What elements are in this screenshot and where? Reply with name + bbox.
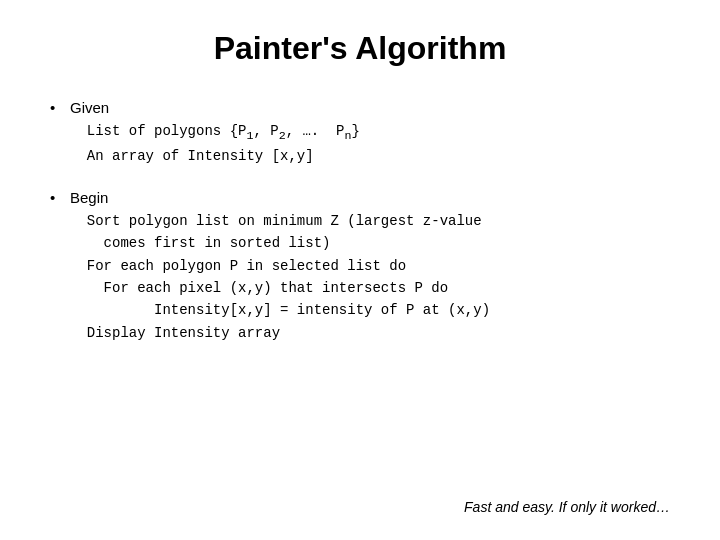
section-begin-content: Begin Sort polygon list on minimum Z (la…	[70, 187, 670, 344]
subscript-n: n	[344, 128, 351, 142]
section-given: • Given List of polygons {P1, P2, …. Pn}…	[50, 97, 670, 167]
slide-title: Painter's Algorithm	[50, 30, 670, 67]
subscript-2: 2	[279, 128, 286, 142]
given-label: Given	[70, 97, 670, 120]
footer-text: Fast and easy. If only it worked…	[464, 499, 670, 515]
section-given-content: Given List of polygons {P1, P2, …. Pn} A…	[70, 97, 670, 167]
section-begin: • Begin Sort polygon list on minimum Z (…	[50, 187, 670, 344]
subscript-1: 1	[246, 128, 253, 142]
given-code: List of polygons {P1, P2, …. Pn} An arra…	[70, 120, 670, 168]
begin-label: Begin	[70, 187, 670, 210]
slide: Painter's Algorithm • Given List of poly…	[0, 0, 720, 540]
bullet-1: •	[50, 97, 70, 167]
bullet-2: •	[50, 187, 70, 344]
begin-code: Sort polygon list on minimum Z (largest …	[70, 210, 670, 344]
